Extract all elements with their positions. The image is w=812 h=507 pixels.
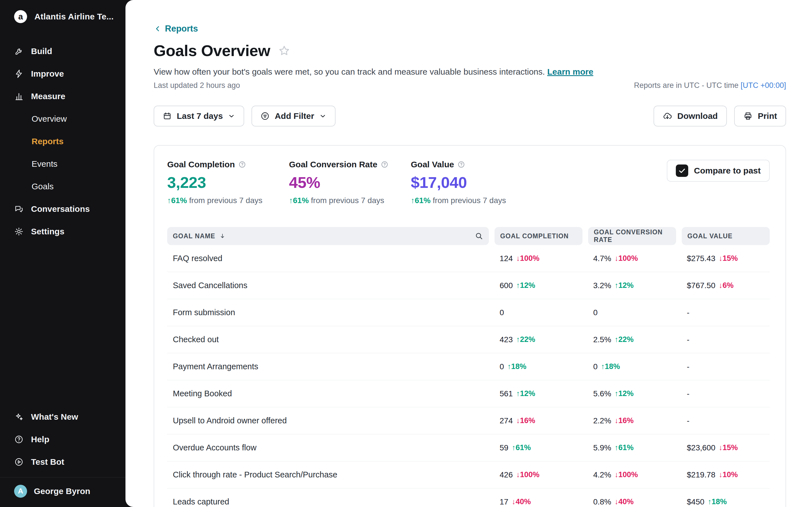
- info-icon[interactable]: [380, 161, 389, 168]
- avatar: A: [14, 485, 27, 498]
- date-range-dropdown[interactable]: Last 7 days: [154, 106, 244, 126]
- goal-conversion-value: 3.2%: [593, 281, 611, 290]
- table-row[interactable]: Meeting Booked 561↑12% 5.6%↑12% -: [167, 380, 770, 407]
- column-header-goal-conversion-rate[interactable]: GOAL CONVERSION RATE: [588, 227, 676, 245]
- sidebar-item-goals[interactable]: Goals: [0, 175, 125, 198]
- app-logo-icon: a: [14, 10, 27, 23]
- sparkles-icon: [14, 412, 24, 421]
- goal-completion-change: ↑12%: [516, 281, 536, 290]
- search-icon[interactable]: [475, 232, 483, 240]
- add-filter-dropdown[interactable]: Add Filter: [252, 106, 336, 126]
- goal-completion-value: 0: [500, 362, 504, 371]
- sidebar-item-events[interactable]: Events: [0, 153, 125, 175]
- goal-completion-value: 423: [500, 335, 513, 344]
- user-menu[interactable]: A George Byron: [0, 477, 125, 505]
- goal-conversion-value: 4.2%: [593, 470, 611, 480]
- goal-completion-change: ↑22%: [516, 335, 536, 344]
- sidebar-item-overview[interactable]: Overview: [0, 108, 125, 130]
- page-description: View how often your bot's goals were met…: [154, 67, 786, 76]
- goal-conversion-change: ↑12%: [615, 281, 634, 290]
- breadcrumb-label: Reports: [165, 24, 198, 34]
- goal-conversion-value: 0: [593, 308, 598, 317]
- goal-conversion-change: ↑12%: [615, 389, 634, 398]
- page-title: Goals Overview: [154, 41, 270, 60]
- goal-name: Click through rate - Product Search/Purc…: [167, 470, 489, 480]
- goal-completion-value: 561: [500, 389, 513, 398]
- sidebar-item-test-bot[interactable]: Test Bot: [0, 451, 125, 473]
- metric-label: Goal Conversion Rate: [289, 160, 377, 169]
- table-row[interactable]: Checked out 423↑22% 2.5%↑22% -: [167, 326, 770, 353]
- info-icon[interactable]: [457, 161, 465, 168]
- table-row[interactable]: Upsell to Android owner offered 274↓16% …: [167, 407, 770, 434]
- table-row[interactable]: Payment Arrangements 0↑18% 0↑18% -: [167, 353, 770, 380]
- goal-completion-value: 600: [500, 281, 513, 290]
- sidebar-item-label: Improve: [31, 69, 64, 78]
- sidebar-item-whats-new[interactable]: What's New: [0, 406, 125, 428]
- goal-value-value: -: [687, 308, 689, 317]
- date-range-label: Last 7 days: [177, 111, 223, 121]
- sidebar-item-improve[interactable]: Improve: [0, 62, 125, 85]
- goal-completion-value: 59: [500, 443, 508, 452]
- goal-completion-change: ↓40%: [512, 497, 531, 506]
- goal-value-change: ↓15%: [719, 254, 738, 263]
- goal-value-change: ↓15%: [719, 443, 738, 452]
- goal-completion-change: ↑12%: [516, 389, 536, 398]
- user-name: George Byron: [34, 487, 90, 496]
- breadcrumb[interactable]: Reports: [154, 24, 198, 34]
- column-header-label: GOAL COMPLETION: [500, 232, 569, 240]
- favorite-star-icon[interactable]: [278, 45, 290, 57]
- timezone-link[interactable]: [UTC +00:00]: [741, 81, 786, 90]
- goal-conversion-change: ↓100%: [615, 254, 638, 263]
- column-header-label: GOAL VALUE: [688, 232, 732, 240]
- table-row[interactable]: Leads captured 17↓40% 0.8%↓40% $450↑18%: [167, 489, 770, 507]
- column-header-goal-name[interactable]: GOAL NAME: [167, 227, 489, 245]
- column-header-goal-value[interactable]: GOAL VALUE: [682, 227, 770, 245]
- goal-conversion-value: 4.7%: [593, 254, 611, 263]
- goal-value-value: -: [687, 362, 689, 371]
- gear-icon: [14, 227, 24, 236]
- sidebar-item-reports[interactable]: Reports: [0, 130, 125, 153]
- sidebar-item-label: Events: [32, 159, 57, 169]
- workspace-switcher[interactable]: a Atlantis Airline Te...: [0, 0, 125, 31]
- print-icon: [743, 111, 753, 121]
- sidebar-item-conversations[interactable]: Conversations: [0, 198, 125, 220]
- sidebar-item-measure[interactable]: Measure: [0, 85, 125, 108]
- table-row[interactable]: Form submission 0 0 -: [167, 299, 770, 326]
- goal-conversion-value: 2.2%: [593, 416, 611, 425]
- add-filter-label: Add Filter: [274, 111, 314, 121]
- goal-name: Leads captured: [167, 497, 489, 506]
- goal-name: Saved Cancellations: [167, 281, 489, 290]
- table-row[interactable]: Overdue Accounts flow 59↑61% 5.9%↑61% $2…: [167, 434, 770, 461]
- filter-icon: [260, 112, 269, 121]
- goal-name: Checked out: [167, 335, 489, 344]
- compare-to-past-toggle[interactable]: Compare to past: [667, 160, 770, 182]
- sidebar-item-build[interactable]: Build: [0, 40, 125, 62]
- sidebar-item-label: Help: [31, 435, 49, 444]
- column-header-goal-completion[interactable]: GOAL COMPLETION: [495, 227, 582, 245]
- chevron-down-icon: [228, 112, 235, 120]
- info-icon[interactable]: [238, 161, 246, 168]
- goal-value-value: -: [687, 389, 689, 398]
- description-text: View how often your bot's goals were met…: [154, 67, 545, 76]
- timezone-text: Reports are in UTC - UTC time: [634, 81, 739, 90]
- learn-more-link[interactable]: Learn more: [547, 67, 593, 76]
- table-row[interactable]: FAQ resolved 124↓100% 4.7%↓100% $275.43↓…: [167, 245, 770, 272]
- table-row[interactable]: Saved Cancellations 600↑12% 3.2%↑12% $76…: [167, 272, 770, 299]
- metric-value: $17,040: [411, 173, 532, 191]
- compare-label: Compare to past: [694, 166, 761, 175]
- print-button[interactable]: Print: [734, 106, 786, 126]
- sidebar-item-help[interactable]: Help: [0, 428, 125, 451]
- goal-value-value: -: [687, 416, 689, 425]
- sidebar-nav: Build Improve Measure Overview Reports E…: [0, 40, 125, 243]
- goals-table: GOAL NAME GOAL COMPLETION GOAL CONVERSIO…: [167, 227, 770, 507]
- download-button[interactable]: Download: [654, 106, 726, 126]
- sidebar-item-settings[interactable]: Settings: [0, 220, 125, 243]
- workspace-name: Atlantis Airline Te...: [35, 12, 114, 21]
- goal-value-value: -: [687, 335, 689, 344]
- checkbox-checked-icon[interactable]: [676, 165, 688, 177]
- table-row[interactable]: Click through rate - Product Search/Purc…: [167, 461, 770, 489]
- goal-completion-change: ↑18%: [507, 362, 527, 371]
- sidebar-item-label: Measure: [31, 92, 65, 101]
- goal-completion-change: ↓100%: [516, 470, 540, 479]
- column-header-label: GOAL CONVERSION RATE: [594, 228, 670, 244]
